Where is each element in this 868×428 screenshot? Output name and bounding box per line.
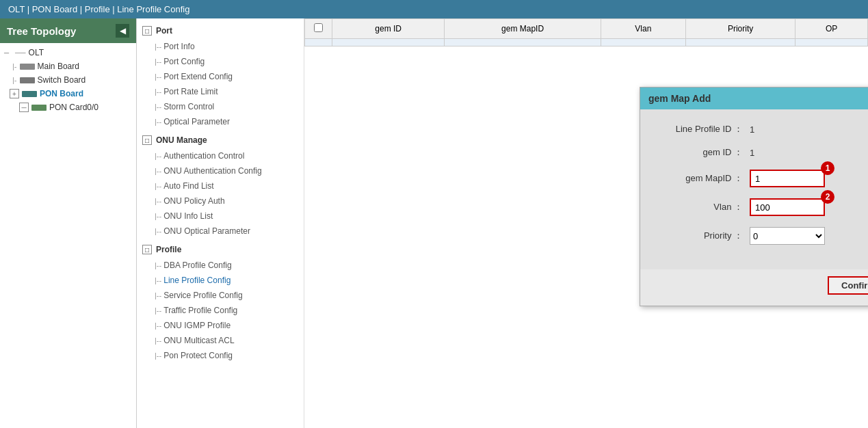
- priority-select[interactable]: 0 1 2 3 4 5 6 7: [750, 227, 825, 245]
- col-gem-id: gem ID: [332, 19, 445, 39]
- modal-row-vlan: Vlan ： 2: [661, 198, 868, 216]
- col-priority: Priority: [685, 19, 795, 39]
- col-vlan: Vlan: [601, 19, 685, 39]
- nav-item-onu-policy-auth[interactable]: ONU Policy Auth: [137, 193, 304, 209]
- sidebar-header: Tree Topology ◀: [0, 18, 136, 43]
- collapse-button[interactable]: ◀: [116, 24, 129, 38]
- nav-item-line-profile[interactable]: Line Profile Config: [137, 273, 304, 288]
- olt-line-icon: ──: [15, 49, 26, 57]
- modal-row-line-profile-id: Line Profile ID ： 1: [661, 123, 868, 135]
- port-section-icon: □: [142, 26, 152, 36]
- step-badge-2: 2: [821, 190, 834, 204]
- nav-label-port-config: Port Config: [163, 57, 205, 66]
- nav-label-service-profile: Service Profile Config: [163, 291, 242, 300]
- priority-label: Priority ：: [661, 230, 750, 242]
- expand-icon-pon-card: ─: [19, 103, 29, 112]
- nav-item-auth-control[interactable]: Authentication Control: [137, 148, 304, 163]
- main-board-connector: |-: [12, 62, 17, 70]
- cell-checkbox: [305, 39, 332, 46]
- nav-label-dba: DBA Profile Config: [163, 260, 231, 270]
- cell-vlan: [601, 39, 685, 46]
- nav-label-auto-find: Auto Find List: [163, 181, 213, 191]
- line-profile-id-label: Line Profile ID ：: [661, 123, 750, 135]
- tree-item-switch-board[interactable]: |- Switch Board: [0, 73, 136, 87]
- sidebar: Tree Topology ◀ ─ ── OLT |- Main Board: [0, 18, 137, 428]
- nav-item-auto-find-list[interactable]: Auto Find List: [137, 178, 304, 193]
- step-badge-1: 1: [821, 161, 834, 175]
- cell-priority: [685, 39, 795, 46]
- cell-op: [795, 39, 868, 46]
- nav-label-optical: Optical Parameter: [163, 117, 230, 126]
- tree-item-pon-board[interactable]: + PON Board: [0, 87, 136, 101]
- col-checkbox: [305, 19, 332, 39]
- modal-footer: Confirm 3: [640, 269, 868, 306]
- table-row-partial: [305, 39, 868, 46]
- main-board-icon: [20, 64, 35, 70]
- vlan-input[interactable]: [750, 198, 825, 216]
- tree-label-pon-board: PON Board: [40, 89, 83, 98]
- nav-item-port-rate-limit[interactable]: Port Rate Limit: [137, 84, 304, 99]
- tree-item-main-board[interactable]: |- Main Board: [0, 59, 136, 73]
- tree-label-switch-board: Switch Board: [38, 75, 86, 85]
- switch-board-connector: |-: [12, 76, 17, 84]
- nav-item-port-config[interactable]: Port Config: [137, 54, 304, 69]
- nav-item-storm-control[interactable]: Storm Control: [137, 99, 304, 114]
- confirm-button[interactable]: Confirm: [828, 276, 868, 295]
- col-gem-mapid: gem MapID: [445, 19, 601, 39]
- nav-item-onu-multicast-acl[interactable]: ONU Multicast ACL: [137, 333, 304, 348]
- pon-card-icon: [31, 105, 47, 111]
- modal-body: Line Profile ID ： 1 gem ID ： 1 gem MapID…: [640, 109, 868, 269]
- nav-section-port[interactable]: □ Port: [137, 23, 304, 39]
- nav-item-onu-info-list[interactable]: ONU Info List: [137, 209, 304, 224]
- nav-label-onu-info: ONU Info List: [163, 211, 213, 221]
- nav-label-port-extend: Port Extend Config: [163, 72, 233, 81]
- nav-section-profile[interactable]: □ Profile: [137, 241, 304, 258]
- select-all-checkbox[interactable]: [314, 23, 323, 32]
- nav-section-onu-manage[interactable]: □ ONU Manage: [137, 132, 304, 148]
- nav-panel: □ Port Port Info Port Config Port Extend…: [137, 18, 304, 428]
- cell-gem-mapid: [445, 39, 601, 46]
- tree-item-olt[interactable]: ─ ── OLT: [0, 46, 136, 59]
- vlan-field-wrapper: 2: [750, 198, 825, 216]
- onu-section-icon: □: [142, 135, 152, 145]
- col-op: OP: [795, 19, 868, 39]
- tree-label-olt: OLT: [29, 48, 44, 57]
- nav-item-port-info[interactable]: Port Info: [137, 39, 304, 54]
- gem-id-label: gem ID ：: [661, 146, 750, 159]
- nav-item-onu-optical[interactable]: ONU Optical Parameter: [137, 224, 304, 239]
- gem-mapid-input[interactable]: [750, 170, 825, 187]
- expand-icon-pon: +: [10, 89, 19, 98]
- nav-item-pon-protect[interactable]: Pon Protect Config: [137, 348, 304, 363]
- nav-item-traffic-profile[interactable]: Traffic Profile Config: [137, 303, 304, 318]
- nav-label-onu-igmp: ONU IGMP Profile: [163, 321, 231, 330]
- tree-label-main-board: Main Board: [38, 62, 79, 71]
- modal-row-gem-mapid: gem MapID ： 1: [661, 170, 868, 187]
- nav-label-onu-auth: ONU Authentication Config: [163, 166, 261, 176]
- content-right: gem ID gem MapID Vlan Priority OP: [304, 18, 868, 428]
- pon-board-icon: [22, 91, 37, 97]
- tree-section: ─ ── OLT |- Main Board |- Switch Board: [0, 43, 136, 117]
- nav-label-storm: Storm Control: [163, 102, 214, 111]
- gem-mapid-field-wrapper: 1: [750, 170, 825, 187]
- gem-mapid-label: gem MapID ：: [661, 172, 750, 185]
- nav-item-onu-igmp[interactable]: ONU IGMP Profile: [137, 318, 304, 333]
- nav-item-optical-parameter[interactable]: Optical Parameter: [137, 114, 304, 129]
- switch-board-icon: [20, 77, 35, 83]
- expand-icon-olt: ─: [4, 49, 12, 57]
- nav-item-dba-profile[interactable]: DBA Profile Config: [137, 258, 304, 273]
- nav-label-onu-multicast: ONU Multicast ACL: [163, 336, 234, 345]
- confirm-button-wrapper: Confirm 3: [828, 276, 868, 295]
- profile-section-icon: □: [142, 245, 152, 254]
- nav-item-port-extend-config[interactable]: Port Extend Config: [137, 69, 304, 84]
- table-wrapper: gem ID gem MapID Vlan Priority OP: [304, 18, 868, 428]
- gem-map-add-modal: gem Map Add X Line Profile ID ： 1 gem: [640, 87, 868, 306]
- nav-label-port-info: Port Info: [163, 42, 194, 51]
- nav-item-service-profile[interactable]: Service Profile Config: [137, 288, 304, 303]
- tree-item-pon-card[interactable]: ─ PON Card0/0: [0, 101, 136, 114]
- modal-row-gem-id: gem ID ： 1: [661, 146, 868, 159]
- cell-gem-id: [332, 39, 445, 46]
- port-section-label: Port: [156, 26, 172, 36]
- vlan-label: Vlan ：: [661, 201, 750, 213]
- nav-item-onu-auth-config[interactable]: ONU Authentication Config: [137, 163, 304, 178]
- profile-section-label: Profile: [156, 245, 181, 254]
